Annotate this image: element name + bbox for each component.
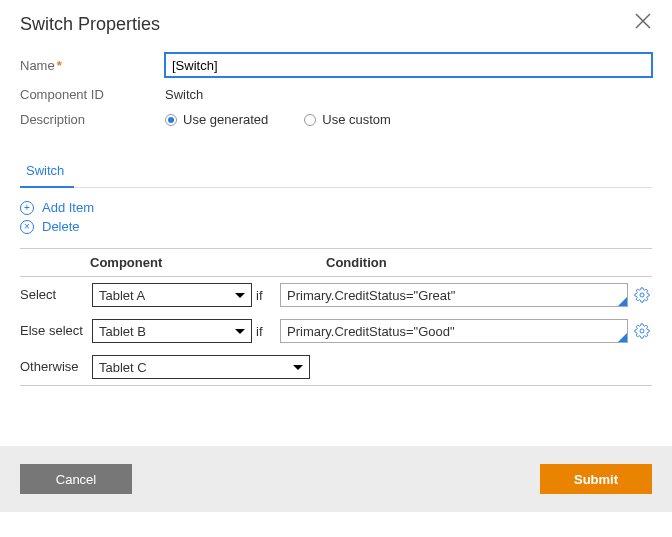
switch-grid: Component Condition Select Tablet A if P… bbox=[20, 248, 652, 386]
delete-label: Delete bbox=[42, 219, 80, 234]
description-label: Description bbox=[20, 112, 165, 127]
component-id-value: Switch bbox=[165, 87, 203, 102]
header-component: Component bbox=[90, 255, 302, 270]
condition-settings[interactable] bbox=[632, 323, 652, 339]
row-label: Else select bbox=[20, 323, 88, 339]
component-select[interactable]: Tablet A bbox=[92, 283, 252, 307]
if-label: if bbox=[256, 324, 276, 339]
component-select[interactable]: Tablet C bbox=[92, 355, 310, 379]
add-item-label: Add Item bbox=[42, 200, 94, 215]
close-button[interactable] bbox=[634, 12, 652, 33]
header-condition: Condition bbox=[326, 255, 626, 270]
submit-button[interactable]: Submit bbox=[540, 464, 652, 494]
grid-row-select: Select Tablet A if Primary.CreditStatus=… bbox=[20, 277, 652, 313]
condition-settings[interactable] bbox=[632, 287, 652, 303]
name-row: Name bbox=[20, 53, 652, 77]
component-select[interactable]: Tablet B bbox=[92, 319, 252, 343]
svg-point-2 bbox=[640, 293, 644, 297]
desc-custom-label: Use custom bbox=[322, 112, 391, 127]
x-circle-icon: × bbox=[20, 220, 34, 234]
name-label: Name bbox=[20, 58, 165, 73]
name-input[interactable] bbox=[165, 53, 652, 77]
component-id-label: Component ID bbox=[20, 87, 165, 102]
gear-icon bbox=[634, 287, 650, 303]
description-row: Description Use generated Use custom bbox=[20, 112, 652, 127]
component-id-row: Component ID Switch bbox=[20, 87, 652, 102]
grid-header: Component Condition bbox=[20, 249, 652, 277]
grid-row-else: Else select Tablet B if Primary.CreditSt… bbox=[20, 313, 652, 349]
grid-row-otherwise: Otherwise Tablet C bbox=[20, 349, 652, 385]
tab-switch[interactable]: Switch bbox=[20, 157, 74, 188]
svg-point-3 bbox=[640, 329, 644, 333]
condition-input[interactable]: Primary.CreditStatus="Great" bbox=[280, 283, 628, 307]
row-label: Otherwise bbox=[20, 359, 88, 375]
if-label: if bbox=[256, 288, 276, 303]
action-links: + Add Item × Delete bbox=[20, 200, 652, 234]
desc-generated-label: Use generated bbox=[183, 112, 268, 127]
desc-option-generated[interactable]: Use generated bbox=[165, 112, 268, 127]
tab-bar: Switch bbox=[20, 157, 652, 188]
close-icon bbox=[634, 12, 652, 30]
add-item-link[interactable]: + Add Item bbox=[20, 200, 652, 215]
gear-icon bbox=[634, 323, 650, 339]
delete-link[interactable]: × Delete bbox=[20, 219, 652, 234]
row-label: Select bbox=[20, 287, 88, 303]
cancel-button[interactable]: Cancel bbox=[20, 464, 132, 494]
condition-input[interactable]: Primary.CreditStatus="Good" bbox=[280, 319, 628, 343]
description-radio-group: Use generated Use custom bbox=[165, 112, 391, 127]
dialog-title: Switch Properties bbox=[20, 14, 652, 35]
dialog: Switch Properties Name Component ID Swit… bbox=[0, 0, 672, 386]
dialog-footer: Cancel Submit bbox=[0, 446, 672, 512]
desc-option-custom[interactable]: Use custom bbox=[304, 112, 391, 127]
radio-icon bbox=[304, 114, 316, 126]
plus-icon: + bbox=[20, 201, 34, 215]
radio-icon bbox=[165, 114, 177, 126]
